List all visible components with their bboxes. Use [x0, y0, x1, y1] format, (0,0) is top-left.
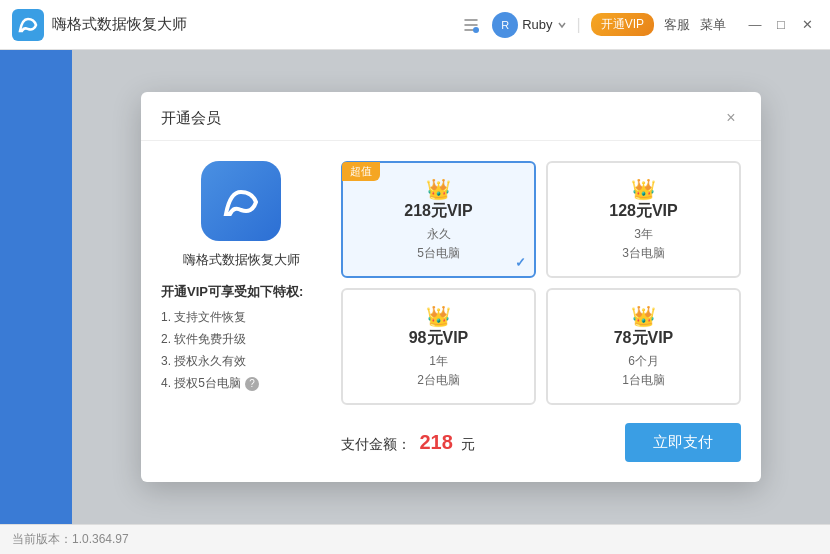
dialog-overlay: 开通会员 × 嗨格式数据恢复大师 开通VIP可享受如下特权:: [72, 50, 830, 524]
plan-computers-218: 5台电脑: [417, 245, 460, 262]
dialog-close-button[interactable]: ×: [721, 108, 741, 128]
plan-card-218[interactable]: 超值 👑 218元VIP 永久 5台电脑: [341, 161, 536, 278]
feature-item-1: 1. 支持文件恢复: [161, 309, 321, 326]
plans-grid: 超值 👑 218元VIP 永久 5台电脑 👑 128元VIP 3年: [341, 161, 741, 405]
feature-item-3: 3. 授权永久有效: [161, 353, 321, 370]
app-name-label: 嗨格式数据恢复大师: [183, 251, 300, 269]
plan-computers-98: 2台电脑: [417, 372, 460, 389]
plan-card-128[interactable]: 👑 128元VIP 3年 3台电脑: [546, 161, 741, 278]
features-title: 开通VIP可享受如下特权:: [161, 283, 303, 301]
plan-card-78[interactable]: 👑 78元VIP 6个月 1台电脑: [546, 288, 741, 405]
service-link[interactable]: 客服: [664, 16, 690, 34]
right-panel: 超值 👑 218元VIP 永久 5台电脑 👑 128元VIP 3年: [341, 161, 741, 462]
tool-icon[interactable]: [460, 14, 482, 36]
crown-icon-128: 👑: [631, 177, 656, 201]
svg-rect-0: [12, 9, 44, 41]
titlebar-right: R Ruby | 开通VIP 客服 菜单 — □ ✕: [460, 12, 818, 38]
crown-icon-218: 👑: [426, 177, 451, 201]
plan-card-98[interactable]: 👑 98元VIP 1年 2台电脑: [341, 288, 536, 405]
features-list: 1. 支持文件恢复 2. 软件免费升级 3. 授权永久有效 4. 授权5台电脑 …: [161, 309, 321, 397]
crown-icon-78: 👑: [631, 304, 656, 328]
app-title: 嗨格式数据恢复大师: [52, 15, 187, 34]
open-vip-button[interactable]: 开通VIP: [591, 13, 654, 36]
plan-name-218: 218元VIP: [404, 201, 472, 222]
dialog-header: 开通会员 ×: [141, 92, 761, 141]
statusbar: 当前版本：1.0.364.97: [0, 524, 830, 554]
dialog-title: 开通会员: [161, 109, 221, 128]
plan-duration-218: 永久: [427, 226, 451, 243]
chevron-down-icon: [557, 20, 567, 30]
plan-duration-128: 3年: [634, 226, 653, 243]
user-name: Ruby: [522, 17, 552, 32]
left-panel: 嗨格式数据恢复大师 开通VIP可享受如下特权: 1. 支持文件恢复 2. 软件免…: [161, 161, 321, 462]
menu-link[interactable]: 菜单: [700, 16, 726, 34]
version-label: 当前版本：1.0.364.97: [12, 531, 129, 548]
plan-duration-78: 6个月: [628, 353, 659, 370]
feature-item-4: 4. 授权5台电脑 ?: [161, 375, 321, 392]
avatar: R: [492, 12, 518, 38]
payment-row: 支付金额： 218 元 立即支付: [341, 415, 741, 462]
feature-item-2: 2. 软件免费升级: [161, 331, 321, 348]
plan-computers-78: 1台电脑: [622, 372, 665, 389]
svg-point-1: [473, 27, 479, 33]
app-icon: [201, 161, 281, 241]
user-section[interactable]: R Ruby: [492, 12, 566, 38]
plan-name-128: 128元VIP: [609, 201, 677, 222]
hot-badge: 超值: [342, 162, 380, 181]
plan-duration-98: 1年: [429, 353, 448, 370]
membership-dialog: 开通会员 × 嗨格式数据恢复大师 开通VIP可享受如下特权:: [141, 92, 761, 482]
separator: |: [577, 16, 581, 34]
window-controls: — □ ✕: [744, 14, 818, 36]
maximize-button[interactable]: □: [770, 14, 792, 36]
content-area: 开通会员 × 嗨格式数据恢复大师 开通VIP可享受如下特权:: [72, 50, 830, 524]
titlebar: 嗨格式数据恢复大师 R Ruby | 开通VIP 客服 菜单 — □ ✕: [0, 0, 830, 50]
main-area: 开通会员 × 嗨格式数据恢复大师 开通VIP可享受如下特权:: [0, 50, 830, 524]
minimize-button[interactable]: —: [744, 14, 766, 36]
app-logo: [12, 9, 44, 41]
close-button[interactable]: ✕: [796, 14, 818, 36]
payment-info: 支付金额： 218 元: [341, 431, 475, 454]
sidebar: [0, 50, 72, 524]
dialog-body: 嗨格式数据恢复大师 开通VIP可享受如下特权: 1. 支持文件恢复 2. 软件免…: [141, 141, 761, 482]
plan-name-78: 78元VIP: [614, 328, 674, 349]
info-icon[interactable]: ?: [245, 377, 259, 391]
payment-label: 支付金额：: [341, 436, 411, 452]
plan-name-98: 98元VIP: [409, 328, 469, 349]
plan-computers-128: 3台电脑: [622, 245, 665, 262]
crown-icon-98: 👑: [426, 304, 451, 328]
pay-button[interactable]: 立即支付: [625, 423, 741, 462]
payment-amount: 218: [419, 431, 452, 453]
payment-unit: 元: [461, 436, 475, 452]
